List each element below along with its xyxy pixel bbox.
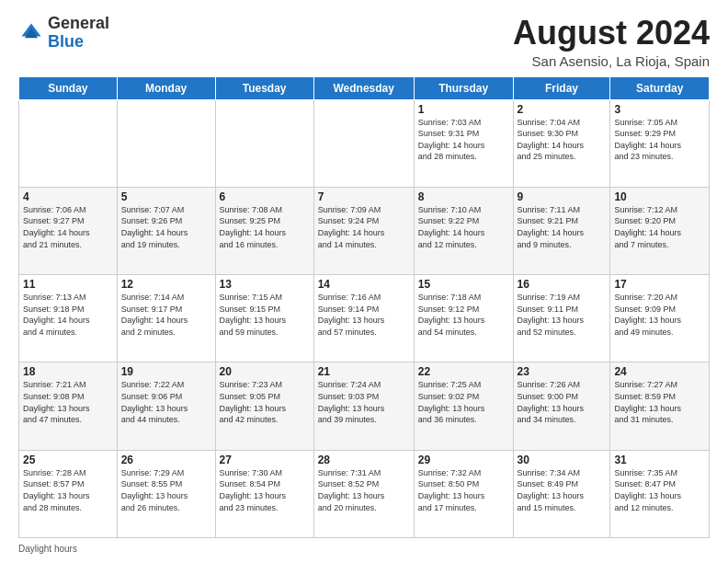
calendar-cell: 12Sunrise: 7:14 AM Sunset: 9:17 PM Dayli… bbox=[117, 275, 215, 362]
calendar-cell: 19Sunrise: 7:22 AM Sunset: 9:06 PM Dayli… bbox=[117, 362, 215, 450]
day-number: 11 bbox=[23, 278, 113, 291]
calendar-cell: 13Sunrise: 7:15 AM Sunset: 9:15 PM Dayli… bbox=[215, 275, 313, 362]
day-number: 21 bbox=[318, 365, 410, 378]
calendar-cell: 27Sunrise: 7:30 AM Sunset: 8:54 PM Dayli… bbox=[215, 450, 313, 537]
calendar-cell bbox=[19, 99, 118, 187]
day-info: Sunrise: 7:09 AM Sunset: 9:24 PM Dayligh… bbox=[318, 204, 410, 250]
calendar-cell: 20Sunrise: 7:23 AM Sunset: 9:05 PM Dayli… bbox=[215, 362, 313, 450]
day-number: 22 bbox=[418, 365, 509, 378]
daylight-label: Daylight hours bbox=[18, 544, 77, 554]
day-info: Sunrise: 7:35 AM Sunset: 8:47 PM Dayligh… bbox=[614, 467, 705, 513]
calendar-week-row: 11Sunrise: 7:13 AM Sunset: 9:18 PM Dayli… bbox=[19, 275, 710, 362]
day-number: 18 bbox=[23, 365, 113, 378]
calendar-cell: 30Sunrise: 7:34 AM Sunset: 8:49 PM Dayli… bbox=[513, 450, 610, 537]
title-block: August 2024 San Asensio, La Rioja, Spain bbox=[513, 15, 710, 69]
day-number: 10 bbox=[614, 190, 705, 203]
page: General Blue August 2024 San Asensio, La… bbox=[0, 0, 728, 563]
calendar-cell: 17Sunrise: 7:20 AM Sunset: 9:09 PM Dayli… bbox=[610, 275, 710, 362]
logo-blue-text: Blue bbox=[48, 32, 84, 51]
day-info: Sunrise: 7:12 AM Sunset: 9:20 PM Dayligh… bbox=[614, 204, 705, 250]
day-number: 13 bbox=[220, 278, 310, 291]
calendar-day-header: Friday bbox=[513, 76, 610, 99]
day-info: Sunrise: 7:19 AM Sunset: 9:11 PM Dayligh… bbox=[518, 292, 607, 338]
day-info: Sunrise: 7:10 AM Sunset: 9:22 PM Dayligh… bbox=[418, 204, 509, 250]
day-number: 5 bbox=[121, 190, 211, 203]
calendar-cell: 10Sunrise: 7:12 AM Sunset: 9:20 PM Dayli… bbox=[610, 187, 710, 274]
day-number: 20 bbox=[220, 365, 310, 378]
logo-general-text: General bbox=[48, 14, 109, 32]
day-number: 17 bbox=[614, 278, 705, 291]
calendar-cell: 26Sunrise: 7:29 AM Sunset: 8:55 PM Dayli… bbox=[117, 450, 215, 537]
calendar-cell: 1Sunrise: 7:03 AM Sunset: 9:31 PM Daylig… bbox=[414, 99, 513, 187]
day-info: Sunrise: 7:27 AM Sunset: 8:59 PM Dayligh… bbox=[614, 379, 705, 425]
calendar-day-header: Tuesday bbox=[215, 76, 313, 99]
day-info: Sunrise: 7:25 AM Sunset: 9:02 PM Dayligh… bbox=[418, 379, 509, 425]
calendar-cell bbox=[215, 99, 313, 187]
day-number: 26 bbox=[121, 454, 211, 466]
calendar-header-row: SundayMondayTuesdayWednesdayThursdayFrid… bbox=[19, 76, 710, 99]
day-info: Sunrise: 7:05 AM Sunset: 9:29 PM Dayligh… bbox=[614, 117, 705, 163]
calendar-week-row: 4Sunrise: 7:06 AM Sunset: 9:27 PM Daylig… bbox=[19, 187, 710, 274]
day-info: Sunrise: 7:26 AM Sunset: 9:00 PM Dayligh… bbox=[518, 379, 607, 425]
calendar-cell: 3Sunrise: 7:05 AM Sunset: 9:29 PM Daylig… bbox=[610, 99, 710, 187]
day-number: 7 bbox=[318, 190, 410, 203]
calendar-cell: 9Sunrise: 7:11 AM Sunset: 9:21 PM Daylig… bbox=[513, 187, 610, 274]
day-info: Sunrise: 7:08 AM Sunset: 9:25 PM Dayligh… bbox=[220, 204, 310, 250]
day-info: Sunrise: 7:22 AM Sunset: 9:06 PM Dayligh… bbox=[121, 379, 211, 425]
day-number: 9 bbox=[518, 190, 607, 203]
day-info: Sunrise: 7:28 AM Sunset: 8:57 PM Dayligh… bbox=[23, 467, 113, 513]
day-number: 28 bbox=[318, 454, 410, 466]
footer: Daylight hours bbox=[18, 544, 710, 554]
day-info: Sunrise: 7:14 AM Sunset: 9:17 PM Dayligh… bbox=[121, 292, 211, 338]
day-number: 19 bbox=[121, 365, 211, 378]
calendar-cell: 4Sunrise: 7:06 AM Sunset: 9:27 PM Daylig… bbox=[19, 187, 118, 274]
day-info: Sunrise: 7:16 AM Sunset: 9:14 PM Dayligh… bbox=[318, 292, 410, 338]
calendar-day-header: Wednesday bbox=[313, 76, 414, 99]
calendar-cell: 11Sunrise: 7:13 AM Sunset: 9:18 PM Dayli… bbox=[19, 275, 118, 362]
header: General Blue August 2024 San Asensio, La… bbox=[18, 15, 710, 69]
calendar-cell: 6Sunrise: 7:08 AM Sunset: 9:25 PM Daylig… bbox=[215, 187, 313, 274]
logo: General Blue bbox=[18, 15, 109, 52]
day-info: Sunrise: 7:06 AM Sunset: 9:27 PM Dayligh… bbox=[23, 204, 113, 250]
day-info: Sunrise: 7:23 AM Sunset: 9:05 PM Dayligh… bbox=[220, 379, 310, 425]
calendar-table: SundayMondayTuesdayWednesdayThursdayFrid… bbox=[18, 76, 710, 538]
day-number: 2 bbox=[518, 103, 607, 116]
calendar-cell: 8Sunrise: 7:10 AM Sunset: 9:22 PM Daylig… bbox=[414, 187, 513, 274]
calendar-cell: 18Sunrise: 7:21 AM Sunset: 9:08 PM Dayli… bbox=[19, 362, 118, 450]
day-info: Sunrise: 7:34 AM Sunset: 8:49 PM Dayligh… bbox=[518, 467, 607, 513]
day-number: 29 bbox=[418, 454, 509, 466]
day-info: Sunrise: 7:20 AM Sunset: 9:09 PM Dayligh… bbox=[614, 292, 705, 338]
calendar-cell: 25Sunrise: 7:28 AM Sunset: 8:57 PM Dayli… bbox=[19, 450, 118, 537]
day-number: 25 bbox=[23, 454, 113, 466]
day-number: 4 bbox=[23, 190, 113, 203]
logo-icon bbox=[18, 20, 44, 46]
calendar-cell: 23Sunrise: 7:26 AM Sunset: 9:00 PM Dayli… bbox=[513, 362, 610, 450]
calendar-cell: 29Sunrise: 7:32 AM Sunset: 8:50 PM Dayli… bbox=[414, 450, 513, 537]
calendar-week-row: 25Sunrise: 7:28 AM Sunset: 8:57 PM Dayli… bbox=[19, 450, 710, 537]
day-number: 8 bbox=[418, 190, 509, 203]
calendar-cell: 28Sunrise: 7:31 AM Sunset: 8:52 PM Dayli… bbox=[313, 450, 414, 537]
day-number: 15 bbox=[418, 278, 509, 291]
day-number: 27 bbox=[220, 454, 310, 466]
day-info: Sunrise: 7:15 AM Sunset: 9:15 PM Dayligh… bbox=[220, 292, 310, 338]
month-year: August 2024 bbox=[513, 15, 710, 52]
calendar-cell: 7Sunrise: 7:09 AM Sunset: 9:24 PM Daylig… bbox=[313, 187, 414, 274]
day-info: Sunrise: 7:24 AM Sunset: 9:03 PM Dayligh… bbox=[318, 379, 410, 425]
calendar-cell: 14Sunrise: 7:16 AM Sunset: 9:14 PM Dayli… bbox=[313, 275, 414, 362]
day-info: Sunrise: 7:32 AM Sunset: 8:50 PM Dayligh… bbox=[418, 467, 509, 513]
calendar-cell bbox=[313, 99, 414, 187]
calendar-cell: 2Sunrise: 7:04 AM Sunset: 9:30 PM Daylig… bbox=[513, 99, 610, 187]
day-info: Sunrise: 7:30 AM Sunset: 8:54 PM Dayligh… bbox=[220, 467, 310, 513]
calendar-day-header: Sunday bbox=[19, 76, 118, 99]
day-number: 30 bbox=[518, 454, 607, 466]
day-info: Sunrise: 7:18 AM Sunset: 9:12 PM Dayligh… bbox=[418, 292, 509, 338]
day-info: Sunrise: 7:13 AM Sunset: 9:18 PM Dayligh… bbox=[23, 292, 113, 338]
location: San Asensio, La Rioja, Spain bbox=[513, 53, 710, 69]
day-info: Sunrise: 7:07 AM Sunset: 9:26 PM Dayligh… bbox=[121, 204, 211, 250]
calendar-day-header: Monday bbox=[117, 76, 215, 99]
calendar-cell: 22Sunrise: 7:25 AM Sunset: 9:02 PM Dayli… bbox=[414, 362, 513, 450]
day-info: Sunrise: 7:31 AM Sunset: 8:52 PM Dayligh… bbox=[318, 467, 410, 513]
calendar-cell: 31Sunrise: 7:35 AM Sunset: 8:47 PM Dayli… bbox=[610, 450, 710, 537]
calendar-week-row: 1Sunrise: 7:03 AM Sunset: 9:31 PM Daylig… bbox=[19, 99, 710, 187]
calendar-day-header: Thursday bbox=[414, 76, 513, 99]
